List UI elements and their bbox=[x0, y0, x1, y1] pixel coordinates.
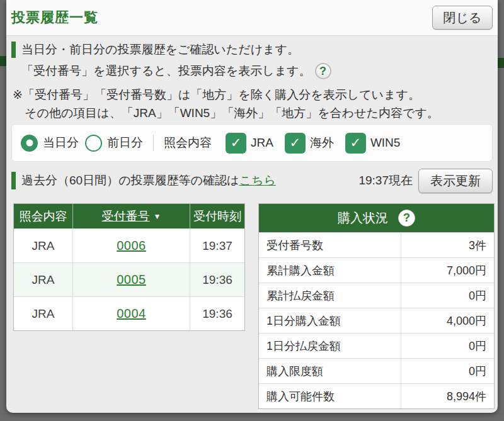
refresh-area: 19:37現在 表示更新 bbox=[358, 169, 493, 193]
table-row: 受付番号数 3件 bbox=[259, 232, 494, 257]
row-value: 4,000円 bbox=[401, 308, 494, 333]
row-label: 購入限度額 bbox=[259, 359, 401, 383]
checkbox-overseas[interactable]: ✓ 海外 bbox=[285, 133, 334, 154]
notice-line-4: その他の項目は、「JRA」「WIN5」「海外」「地方」を合わせた内容です。 bbox=[25, 105, 493, 121]
past-history-row: 過去分（60日間）の投票履歴等の確認はこちら 19:37現在 表示更新 bbox=[11, 167, 493, 194]
col-header-receipt-time: 受付時刻 bbox=[190, 204, 244, 228]
accent-bar bbox=[11, 42, 16, 58]
notice-line-2: 「受付番号」を選択すると、投票内容を表示します。 ? bbox=[21, 63, 493, 79]
row-value: 0円 bbox=[401, 283, 494, 308]
receipt-number-link[interactable]: 0006 bbox=[117, 239, 146, 253]
notice-block: 当日分・前日分の投票履歴をご確認いただけます。 「受付番号」を選択すると、投票内… bbox=[11, 42, 493, 121]
notice-line-3: ※「受付番号」「受付番号数」は「地方」を除く購入分を表示しています。 bbox=[13, 87, 493, 103]
help-icon[interactable]: ? bbox=[398, 210, 415, 227]
checkbox-checked-icon[interactable]: ✓ bbox=[285, 133, 306, 154]
cell-time: 19:36 bbox=[190, 263, 244, 296]
current-time-label: 19:37現在 bbox=[358, 172, 413, 189]
radio-today-label: 当日分 bbox=[43, 135, 79, 151]
notice-text-1: 当日分・前日分の投票履歴をご確認いただけます。 bbox=[21, 42, 299, 58]
cell-inquiry: JRA bbox=[14, 263, 73, 296]
radio-previous-day-label: 前日分 bbox=[107, 135, 143, 151]
row-label: 1日分購入金額 bbox=[259, 308, 401, 333]
radio-today[interactable]: 当日分 bbox=[21, 135, 79, 152]
checkbox-jra-label: JRA bbox=[251, 136, 273, 150]
filter-divider bbox=[153, 135, 154, 151]
cell-inquiry: JRA bbox=[14, 229, 73, 262]
table-row: JRA 0004 19:36 bbox=[14, 296, 244, 330]
notice-line-1: 当日分・前日分の投票履歴をご確認いただけます。 bbox=[11, 42, 493, 58]
purchase-table-header: 購入状況 ? bbox=[259, 204, 494, 232]
purchase-table-title: 購入状況 bbox=[338, 210, 388, 227]
table-row: JRA 0005 19:36 bbox=[14, 262, 244, 296]
notice-text-2: 「受付番号」を選択すると、投票内容を表示します。 bbox=[21, 63, 311, 79]
table-row: 購入限度額 0円 bbox=[259, 358, 494, 383]
filter-bar: 当日分 前日分 照会内容 ✓ JRA ✓ 海外 ✓ WIN5 bbox=[11, 124, 493, 162]
history-table-body: JRA 0006 19:37 JRA 0005 19:36 JRA 0004 1… bbox=[14, 228, 244, 330]
sort-desc-icon: ▼ bbox=[154, 212, 161, 221]
past-history-link[interactable]: こちら bbox=[239, 172, 275, 189]
checkbox-win5[interactable]: ✓ WIN5 bbox=[345, 133, 401, 154]
close-button[interactable]: 閉じる bbox=[432, 6, 493, 30]
history-table: 照会内容 受付番号 ▼ 受付時刻 JRA 0006 19:37 JRA 0005… bbox=[13, 203, 245, 331]
receipt-number-link[interactable]: 0004 bbox=[117, 306, 146, 321]
row-value: 0円 bbox=[401, 334, 494, 358]
radio-previous-day[interactable]: 前日分 bbox=[85, 135, 143, 152]
row-value: 8,994件 bbox=[401, 384, 494, 408]
table-row: 累計購入金額 7,000円 bbox=[259, 257, 494, 283]
row-value: 0円 bbox=[401, 359, 494, 383]
col-header-receipt-number[interactable]: 受付番号 ▼ bbox=[73, 204, 190, 228]
checkbox-checked-icon[interactable]: ✓ bbox=[345, 133, 366, 154]
radio-selected-icon[interactable] bbox=[21, 135, 38, 152]
background-page-green-band-right bbox=[498, 58, 504, 68]
voting-history-modal: 投票履歴一覧 閉じる 当日分・前日分の投票履歴をご確認いただけます。 「受付番号… bbox=[6, 0, 498, 413]
table-row: 購入可能件数 8,994件 bbox=[259, 383, 494, 408]
background-page-green-band-left bbox=[0, 56, 6, 66]
accent-bar bbox=[11, 172, 16, 189]
sort-receipt-number[interactable]: 受付番号 bbox=[102, 208, 150, 225]
page-title: 投票履歴一覧 bbox=[11, 8, 98, 27]
checkbox-win5-label: WIN5 bbox=[370, 136, 401, 150]
table-row: 1日分購入金額 4,000円 bbox=[259, 308, 494, 333]
inquiry-content-label: 照会内容 bbox=[164, 135, 212, 151]
checkbox-overseas-label: 海外 bbox=[310, 135, 334, 151]
receipt-number-link[interactable]: 0005 bbox=[117, 272, 146, 287]
past-history-text: 過去分（60日間）の投票履歴等の確認は bbox=[21, 172, 239, 189]
row-value: 7,000円 bbox=[401, 258, 494, 283]
row-label: 受付番号数 bbox=[259, 233, 401, 257]
modal-header: 投票履歴一覧 閉じる bbox=[6, 0, 498, 36]
row-label: 1日分払戻金額 bbox=[259, 334, 401, 358]
cell-time: 19:36 bbox=[190, 297, 244, 330]
purchase-status-table: 購入状況 ? 受付番号数 3件 累計購入金額 7,000円 累計払戻金額 0円 … bbox=[258, 203, 495, 409]
history-table-header: 照会内容 受付番号 ▼ 受付時刻 bbox=[14, 204, 244, 228]
cell-time: 19:37 bbox=[190, 229, 244, 262]
row-label: 累計購入金額 bbox=[259, 258, 401, 283]
col-header-inquiry: 照会内容 bbox=[14, 204, 73, 228]
cell-inquiry: JRA bbox=[14, 297, 73, 330]
radio-unselected-icon[interactable] bbox=[85, 135, 102, 152]
table-row: 1日分払戻金額 0円 bbox=[259, 333, 494, 358]
refresh-button[interactable]: 表示更新 bbox=[418, 169, 493, 193]
table-row: 累計払戻金額 0円 bbox=[259, 283, 494, 308]
row-label: 購入可能件数 bbox=[259, 384, 401, 408]
help-icon[interactable]: ? bbox=[315, 63, 331, 79]
checkbox-jra[interactable]: ✓ JRA bbox=[226, 133, 273, 154]
table-row: JRA 0006 19:37 bbox=[14, 228, 244, 262]
row-label: 累計払戻金額 bbox=[259, 283, 401, 308]
row-value: 3件 bbox=[401, 233, 494, 257]
checkbox-checked-icon[interactable]: ✓ bbox=[226, 133, 246, 154]
screen-background: 投票履歴一覧 閉じる 当日分・前日分の投票履歴をご確認いただけます。 「受付番号… bbox=[0, 0, 504, 421]
